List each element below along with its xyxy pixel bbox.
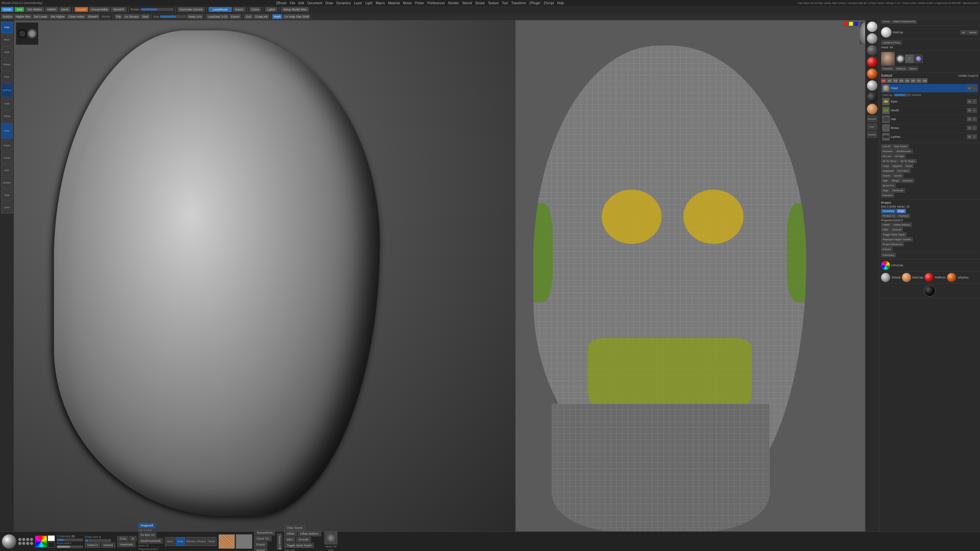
draw-size-slider[interactable]: [85, 539, 111, 542]
zproject-btn[interactable]: ZProject: [196, 537, 206, 546]
inflate-balloon-btn[interactable]: Inflate Balloon: [298, 531, 321, 536]
menu-macro[interactable]: Macro: [375, 1, 385, 5]
uv-map-size-button[interactable]: UV Map Size 2048: [283, 14, 310, 19]
del-hidden-button[interactable]: Del Hidden: [25, 7, 44, 12]
act-btn[interactable]: Actual: [1, 152, 13, 164]
reflects-button[interactable]: Reflects: [895, 67, 907, 71]
subtool-mouth-plus[interactable]: +: [972, 108, 977, 113]
lightbox-button[interactable]: Lightbox>Tools: [881, 40, 902, 45]
v7-button[interactable]: V7: [916, 78, 921, 83]
rotate-tool-button[interactable]: Rotate: [1, 59, 13, 70]
subtool-hair[interactable]: Hair ⚙ +: [881, 115, 978, 124]
head-thumbnail[interactable]: [881, 52, 895, 66]
merge-button[interactable]: Merge: [890, 179, 901, 183]
blend-button[interactable]: Blend: [908, 67, 918, 71]
subtool-eyes-gear[interactable]: ⚙: [967, 99, 972, 104]
menu-zscript[interactable]: ZScript: [544, 1, 554, 5]
align-button[interactable]: Align: [881, 188, 890, 192]
dot2[interactable]: [22, 538, 25, 541]
hide-pt-button[interactable]: HidePt: [45, 7, 58, 12]
brush-thumb2[interactable]: [27, 29, 37, 38]
mini-sphere-1[interactable]: [867, 22, 877, 32]
keep-uvs-button[interactable]: Keep UVs: [187, 14, 203, 19]
menu-render[interactable]: Render: [448, 1, 459, 5]
mini-sphere-4[interactable]: [867, 57, 877, 67]
append-button[interactable]: Append: [891, 164, 904, 168]
show-pt-button[interactable]: ShowPt: [87, 14, 99, 19]
subtool-hair-plus[interactable]: +: [972, 117, 977, 121]
mascap-sphere[interactable]: [902, 273, 911, 282]
v6-button[interactable]: V6: [910, 78, 916, 83]
move-tool-button[interactable]: Move: [1, 34, 13, 46]
rename-button[interactable]: Rename: [881, 149, 894, 153]
all-low-button[interactable]: All Low: [881, 154, 893, 158]
lights-button[interactable]: Lights: [265, 7, 277, 12]
all-to-home-button[interactable]: All To Home: [881, 159, 898, 163]
zmetal-sphere[interactable]: [881, 273, 890, 282]
auto-reorder-button[interactable]: AutoReorder: [895, 149, 913, 153]
store-mt-button[interactable]: StoreMT: [111, 7, 126, 12]
snap-btn[interactable]: Snap: [1, 189, 13, 201]
subtool-eyes[interactable]: Eyes ⚙ +: [881, 97, 978, 106]
scale-btn[interactable]: Scale: [175, 537, 185, 546]
list-all-button[interactable]: List All: [881, 144, 892, 149]
main-material-sphere[interactable]: [2, 534, 16, 549]
fast-sha-button[interactable]: FastSha: [881, 67, 894, 71]
toggle-mask-depth-button[interactable]: Toggle Mask Depth: [881, 232, 907, 237]
mini-sphere-3[interactable]: [867, 45, 877, 56]
extract-button[interactable]: Extract: [881, 247, 892, 251]
hsv-calc-sphere[interactable]: [881, 261, 890, 270]
black-circle-button[interactable]: [924, 285, 935, 297]
subdiv-button[interactable]: SubDiv: [1, 14, 13, 19]
inflate-balloon-button[interactable]: Inflate Balloon: [892, 222, 912, 227]
new-folder-button[interactable]: New Folder: [892, 144, 909, 149]
menu-draw[interactable]: Draw: [325, 1, 333, 5]
move-btn[interactable]: Move: [165, 537, 175, 546]
foreground-color[interactable]: [48, 535, 55, 541]
v4-button[interactable]: V4: [899, 78, 904, 83]
morph-btn[interactable]: Morph: [207, 537, 216, 546]
menu-document[interactable]: Document: [307, 1, 323, 5]
alpha-preview[interactable]: [325, 531, 337, 545]
m-button[interactable]: M: [129, 536, 137, 541]
del-other-button[interactable]: Del Other: [896, 169, 910, 173]
insert-button[interactable]: Insert: [904, 164, 914, 168]
pa-blur-10-button[interactable]: PA Blur 10: [138, 532, 157, 538]
double-button[interactable]: Double: [75, 7, 88, 12]
rotate-slider[interactable]: [141, 8, 173, 11]
act-sym-button[interactable]: ActPoly: [1, 84, 13, 97]
zoom-btn[interactable]: Zoom: [1, 202, 13, 213]
decimate-current-button[interactable]: Decimate Current: [178, 7, 205, 12]
delete-button[interactable]: Delete: [881, 174, 892, 178]
tool-thumb1[interactable]: [896, 54, 905, 63]
smooth-button[interactable]: Smooth: [891, 227, 903, 232]
focal-shift-slider[interactable]: [57, 545, 83, 548]
lazy-step-button[interactable]: LazyStep: 0.25: [207, 14, 229, 19]
menu-material[interactable]: Material: [388, 1, 400, 5]
boolean-button[interactable]: Boolean: [901, 179, 914, 183]
tool-thumb2[interactable]: ⬡: [905, 54, 914, 63]
texture-import-button[interactable]: Import: [254, 548, 267, 551]
toggle-mask-depth-btn[interactable]: Toggle Mask Depth: [284, 543, 314, 548]
distribute-button[interactable]: Distribute: [891, 188, 905, 192]
v8-button[interactable]: V8: [922, 78, 928, 83]
all-high-button[interactable]: All High: [893, 154, 906, 158]
canvas-area[interactable]: [14, 20, 879, 531]
subtool-eyes-plus[interactable]: +: [972, 99, 977, 104]
group-visible-button[interactable]: GroupVisible: [89, 7, 110, 12]
texture-raw-button[interactable]: TextureRAW: [254, 530, 275, 535]
all-to-target-button[interactable]: All To Target: [899, 159, 916, 163]
start-button[interactable]: Start: [141, 14, 150, 19]
menu-zplugin[interactable]: ZPlugin: [529, 1, 540, 5]
brush-thumb1[interactable]: [18, 29, 27, 38]
mat-all-button[interactable]: All: [960, 30, 967, 35]
del-lower-button[interactable]: Del Lower: [33, 14, 49, 19]
menu-tool[interactable]: Tool: [502, 1, 508, 5]
mini-sphere-8[interactable]: [867, 104, 877, 114]
inverse-button[interactable]: Inverse: [101, 543, 116, 548]
pa-blur-button[interactable]: PA Blur 10: [881, 214, 896, 218]
reproject-higher-subdiv-button[interactable]: Reproject Higher Subdiv: [881, 237, 913, 241]
dot4[interactable]: [30, 538, 33, 541]
floor-tool-button[interactable]: Floor: [1, 71, 13, 83]
mini-btn1[interactable]: BumpM: [867, 116, 877, 122]
